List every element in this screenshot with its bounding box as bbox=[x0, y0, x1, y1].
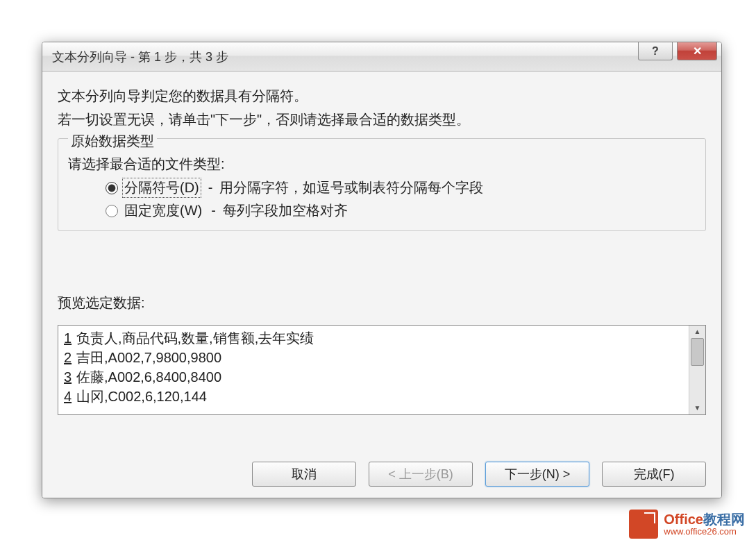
line-text: 吉田,A002,7,9800,9800 bbox=[76, 348, 221, 367]
list-item: 1 负责人,商品代码,数量,销售额,去年实绩 bbox=[64, 328, 683, 348]
line-number: 2 bbox=[64, 348, 74, 367]
dash: - bbox=[211, 203, 216, 219]
finish-button[interactable]: 完成(F) bbox=[602, 462, 706, 487]
scrollbar[interactable]: ▲ ▼ bbox=[689, 326, 705, 414]
scroll-thumb[interactable] bbox=[691, 338, 704, 366]
watermark-url: www.office26.com bbox=[664, 527, 745, 537]
radio-fixed-desc: 每列字段加空格对齐 bbox=[223, 201, 348, 220]
intro-text: 文本分列向导判定您的数据具有分隔符。 若一切设置无误，请单击"下一步"，否则请选… bbox=[58, 84, 706, 131]
radio-fixed-input[interactable] bbox=[106, 205, 118, 217]
watermark: Office教程网 www.office26.com bbox=[629, 510, 745, 539]
line-number: 4 bbox=[64, 387, 74, 406]
titlebar-buttons: ? ✕ bbox=[638, 42, 717, 60]
data-type-group: 原始数据类型 请选择最合适的文件类型: 分隔符号(D) - 用分隔字符，如逗号或… bbox=[58, 138, 706, 231]
line-number: 1 bbox=[64, 328, 74, 348]
line-number: 3 bbox=[64, 367, 74, 387]
radio-fixed-label: 固定宽度(W) bbox=[122, 201, 204, 221]
watermark-title: Office教程网 bbox=[664, 512, 745, 527]
titlebar: 文本分列向导 - 第 1 步，共 3 步 ? ✕ bbox=[42, 42, 721, 71]
button-row: 取消 < 上一步(B) 下一步(N) > 完成(F) bbox=[58, 448, 706, 487]
wizard-dialog: 文本分列向导 - 第 1 步，共 3 步 ? ✕ 文本分列向导判定您的数据具有分… bbox=[42, 42, 722, 498]
radio-delimited-label: 分隔符号(D) bbox=[122, 178, 201, 198]
wm-blue: 教程网 bbox=[703, 512, 745, 527]
line-text: 负责人,商品代码,数量,销售额,去年实绩 bbox=[76, 328, 314, 348]
radio-delimited-input[interactable] bbox=[106, 182, 118, 194]
intro-line1: 文本分列向导判定您的数据具有分隔符。 bbox=[58, 84, 706, 108]
scroll-down-icon[interactable]: ▼ bbox=[691, 403, 704, 414]
radio-delimited[interactable]: 分隔符号(D) - 用分隔字符，如逗号或制表符分隔每个字段 bbox=[106, 178, 696, 198]
watermark-text: Office教程网 www.office26.com bbox=[664, 512, 745, 537]
preview-box: 1 负责人,商品代码,数量,销售额,去年实绩 2 吉田,A002,7,9800,… bbox=[58, 325, 706, 415]
close-button[interactable]: ✕ bbox=[677, 42, 717, 60]
back-button: < 上一步(B) bbox=[369, 462, 473, 487]
line-text: 山冈,C002,6,120,144 bbox=[76, 387, 207, 406]
radio-delimited-desc: 用分隔字符，如逗号或制表符分隔每个字段 bbox=[219, 178, 483, 197]
wm-orange: Office bbox=[664, 512, 703, 527]
list-item: 2 吉田,A002,7,9800,9800 bbox=[64, 348, 683, 367]
line-text: 佐藤,A002,6,8400,8400 bbox=[76, 367, 221, 387]
group-legend: 原始数据类型 bbox=[68, 132, 157, 151]
preview-data-area: 1 负责人,商品代码,数量,销售额,去年实绩 2 吉田,A002,7,9800,… bbox=[58, 326, 689, 414]
list-item: 4 山冈,C002,6,120,144 bbox=[64, 387, 683, 406]
office-icon bbox=[629, 510, 658, 539]
group-inner: 请选择最合适的文件类型: 分隔符号(D) - 用分隔字符，如逗号或制表符分隔每个… bbox=[68, 155, 696, 221]
list-item: 3 佐藤,A002,6,8400,8400 bbox=[64, 367, 683, 387]
help-button[interactable]: ? bbox=[638, 42, 673, 60]
scroll-up-icon[interactable]: ▲ bbox=[691, 326, 704, 337]
cancel-button[interactable]: 取消 bbox=[252, 462, 356, 487]
intro-line2: 若一切设置无误，请单击"下一步"，否则请选择最合适的数据类型。 bbox=[58, 108, 706, 131]
close-icon: ✕ bbox=[693, 44, 702, 58]
preview-label: 预览选定数据: bbox=[58, 294, 706, 312]
dialog-content: 文本分列向导判定您的数据具有分隔符。 若一切设置无误，请单击"下一步"，否则请选… bbox=[42, 71, 721, 498]
dialog-title: 文本分列向导 - 第 1 步，共 3 步 bbox=[52, 49, 228, 65]
radio-fixed-width[interactable]: 固定宽度(W) - 每列字段加空格对齐 bbox=[106, 201, 696, 221]
help-icon: ? bbox=[652, 45, 659, 58]
select-prompt: 请选择最合适的文件类型: bbox=[68, 155, 696, 174]
dash: - bbox=[208, 180, 213, 196]
next-button[interactable]: 下一步(N) > bbox=[485, 462, 589, 487]
